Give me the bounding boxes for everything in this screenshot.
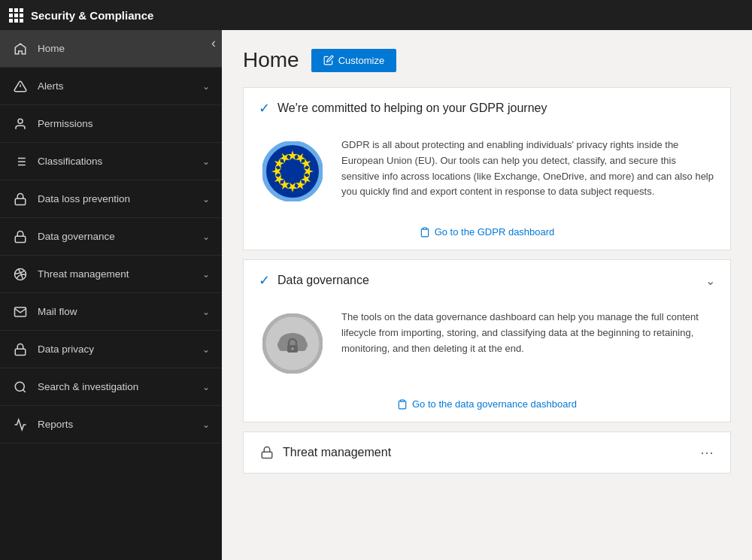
main-layout: ‹ Home Alerts ⌄ [0,30,752,560]
page-title: Home [243,48,299,72]
pencil-icon [323,55,334,65]
threat-management-card-title: Threat management [283,446,693,459]
customize-btn-label: Customize [338,55,384,66]
data-governance-card-body: The tools on the data governance dashboa… [244,301,730,392]
search-chevron-icon: ⌄ [202,382,210,392]
classifications-chevron-icon: ⌄ [202,156,210,167]
reports-icon [12,416,29,433]
threat-management-card-header: Threat management ⋯ [244,432,730,473]
svg-rect-9 [15,198,26,204]
person-icon [12,116,29,132]
data-governance-link-label: Go to the data governance dashboard [412,398,577,410]
data-governance-card-text: The tools on the data governance dashboa… [341,310,715,356]
sidebar-item-alerts[interactable]: Alerts ⌄ [0,68,222,105]
mail-chevron-icon: ⌄ [202,307,210,317]
data-governance-card-title: Data governance [277,274,698,287]
sidebar-item-permissions[interactable]: Permissions [0,105,222,143]
sidebar-item-label-permissions: Permissions [38,118,210,129]
threat-management-card: Threat management ⋯ [243,431,731,474]
sidebar-item-mail-flow[interactable]: Mail flow ⌄ [0,293,222,331]
dlp-chevron-icon: ⌄ [202,194,210,204]
app-grid-icon[interactable] [9,8,23,23]
svg-point-13 [15,382,24,391]
sidebar-item-label-threat-management: Threat management [38,268,202,280]
app-title: Security & Compliance [31,9,153,22]
gdpr-card-footer: Go to the GDPR dashboard [244,220,730,250]
gdpr-card-text: GDPR is all about protecting and enablin… [341,138,715,200]
svg-rect-36 [401,400,405,401]
cloud-lock-svg [262,313,323,374]
sidebar-item-label-search-investigation: Search & investigation [38,381,202,392]
threat-card-menu-icon[interactable]: ⋯ [700,444,715,461]
reports-chevron-icon: ⌄ [202,419,210,430]
privacy-lock-icon [12,341,29,358]
sidebar-item-label-mail-flow: Mail flow [38,306,202,317]
sidebar-item-search-investigation[interactable]: Search & investigation ⌄ [0,368,222,406]
privacy-chevron-icon: ⌄ [202,344,210,355]
sidebar: ‹ Home Alerts ⌄ [0,30,222,560]
svg-rect-10 [15,236,26,242]
governance-lock-icon [12,229,29,245]
data-governance-chevron-icon: ⌄ [202,232,210,242]
sidebar-item-data-loss-prevention[interactable]: Data loss prevention ⌄ [0,180,222,218]
customize-button[interactable]: Customize [311,49,396,72]
gdpr-card-header: ✓ We're committed to helping on your GDP… [244,88,730,129]
sidebar-item-classifications[interactable]: Classifications ⌄ [0,143,222,180]
list-icon [12,153,29,170]
svg-point-35 [292,348,294,350]
home-icon [12,41,29,57]
dlp-lock-icon [12,191,29,207]
clipboard2-icon [397,399,408,410]
gdpr-check-icon: ✓ [259,100,270,117]
svg-rect-28 [423,228,426,229]
page-header: Home Customize [243,48,731,72]
sidebar-collapse-button[interactable]: ‹ [211,36,216,50]
sidebar-item-label-home: Home [38,43,210,54]
gdpr-dashboard-link-label: Go to the GDPR dashboard [435,226,555,238]
sidebar-item-label-data-governance: Data governance [38,231,202,242]
top-bar: Security & Compliance [0,0,752,30]
cloud-lock-icon-area [259,310,326,377]
clipboard-icon [420,227,430,238]
gdpr-card: ✓ We're committed to helping on your GDP… [243,87,731,250]
eu-flag-svg [262,141,323,201]
data-governance-dashboard-link[interactable]: Go to the data governance dashboard [397,398,577,410]
svg-line-14 [23,389,25,392]
svg-rect-12 [15,349,26,355]
sidebar-item-label-classifications: Classifications [38,156,202,167]
alerts-chevron-icon: ⌄ [202,81,210,92]
data-governance-card-footer: Go to the data governance dashboard [244,392,730,422]
data-governance-card: ✓ Data governance ⌄ [243,259,731,422]
threat-icon [12,266,29,283]
sidebar-item-data-governance[interactable]: Data governance ⌄ [0,218,222,256]
governance-collapse-icon[interactable]: ⌄ [705,274,715,288]
gdpr-dashboard-link[interactable]: Go to the GDPR dashboard [420,226,555,238]
svg-point-2 [18,119,23,123]
sidebar-item-label-data-privacy: Data privacy [38,344,202,355]
sidebar-item-home[interactable]: Home [0,30,222,68]
sidebar-item-label-dlp: Data loss prevention [38,193,202,204]
eu-flag-icon-area [259,138,326,205]
threat-lock-icon [259,444,275,461]
sidebar-item-label-reports: Reports [38,419,202,430]
search-icon [12,379,29,395]
governance-check-icon: ✓ [259,272,270,289]
gdpr-card-title: We're committed to helping on your GDPR … [277,101,715,115]
sidebar-item-data-privacy[interactable]: Data privacy ⌄ [0,331,222,368]
svg-rect-37 [262,452,272,458]
sidebar-item-reports[interactable]: Reports ⌄ [0,406,222,443]
data-governance-card-header: ✓ Data governance ⌄ [244,260,730,301]
gdpr-card-body: GDPR is all about protecting and enablin… [244,129,730,220]
sidebar-item-threat-management[interactable]: Threat management ⌄ [0,256,222,293]
mail-icon [12,304,29,320]
threat-chevron-icon: ⌄ [202,269,210,280]
sidebar-item-label-alerts: Alerts [38,80,202,92]
alert-icon [12,78,29,95]
main-content: Home Customize ✓ We're committed to help… [222,30,752,560]
